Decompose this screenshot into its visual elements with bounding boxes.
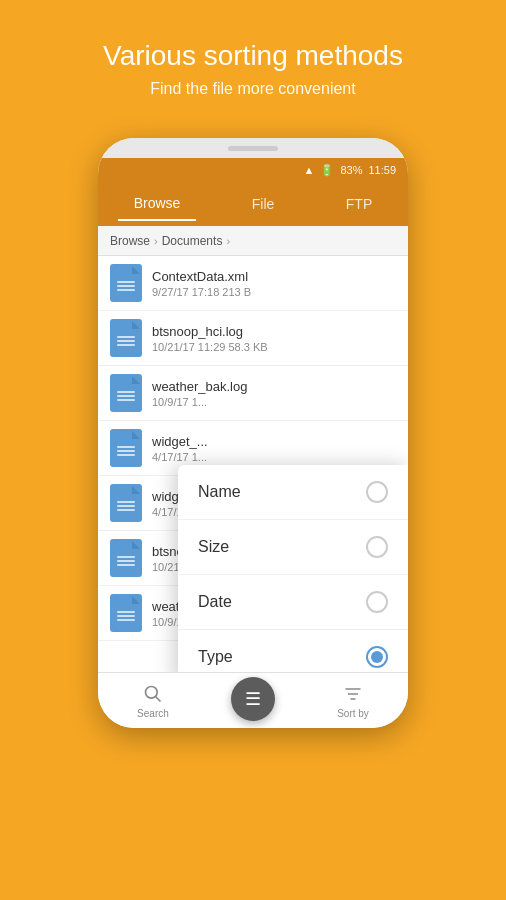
file-icon	[110, 319, 142, 357]
file-info: widget_... 4/17/17 1...	[152, 434, 396, 463]
file-icon	[110, 539, 142, 577]
tab-file[interactable]: File	[236, 188, 291, 220]
sort-option-name[interactable]: Name	[178, 465, 408, 520]
sort-date-label: Date	[198, 593, 232, 611]
file-icon	[110, 374, 142, 412]
file-icon	[110, 429, 142, 467]
clock: 11:59	[368, 164, 396, 176]
file-info: ContextData.xml 9/27/17 17:18 213 B	[152, 269, 396, 298]
breadcrumb-documents[interactable]: Documents	[162, 234, 223, 248]
phone-frame: ▲ 🔋 83% 11:59 Browse File FTP Browse › D…	[98, 138, 408, 728]
sort-size-label: Size	[198, 538, 229, 556]
app-toolbar: Browse File FTP	[98, 182, 408, 226]
sort-date-radio[interactable]	[366, 591, 388, 613]
battery-percent: 83%	[340, 164, 362, 176]
breadcrumb: Browse › Documents ›	[98, 226, 408, 256]
hamburger-icon: ☰	[245, 690, 261, 708]
nav-search[interactable]: Search	[121, 678, 185, 723]
file-info: weather_bak.log 10/9/17 1...	[152, 379, 396, 408]
nav-sort[interactable]: Sort by	[321, 678, 385, 723]
hero-title: Various sorting methods	[103, 40, 403, 72]
sort-label: Sort by	[337, 708, 369, 719]
sort-option-date[interactable]: Date	[178, 575, 408, 630]
hero-subtitle: Find the file more convenient	[103, 80, 403, 98]
file-name: ContextData.xml	[152, 269, 396, 284]
file-icon	[110, 484, 142, 522]
file-name: btsnoop_hci.log	[152, 324, 396, 339]
bottom-nav: Search ☰ Sort by	[98, 672, 408, 728]
breadcrumb-end-arrow: ›	[226, 235, 230, 247]
tab-ftp[interactable]: FTP	[330, 188, 388, 220]
file-name: widget_...	[152, 434, 396, 449]
breadcrumb-separator: ›	[154, 235, 158, 247]
sort-name-label: Name	[198, 483, 241, 501]
status-bar: ▲ 🔋 83% 11:59	[98, 158, 408, 182]
sort-type-label: Type	[198, 648, 233, 666]
search-icon	[141, 682, 165, 706]
sort-option-size[interactable]: Size	[178, 520, 408, 575]
file-meta: 4/17/17 1...	[152, 451, 396, 463]
phone-screen: ▲ 🔋 83% 11:59 Browse File FTP Browse › D…	[98, 158, 408, 728]
list-item[interactable]: btsnoop_hci.log 10/21/17 11:29 58.3 KB	[98, 311, 408, 366]
phone-speaker	[228, 146, 278, 151]
tab-browse[interactable]: Browse	[118, 187, 197, 221]
sort-dropdown: Name Size Date Type	[178, 465, 408, 684]
sort-type-radio[interactable]	[366, 646, 388, 668]
file-meta: 10/21/17 11:29 58.3 KB	[152, 341, 396, 353]
file-name: weather_bak.log	[152, 379, 396, 394]
fab-sort-button[interactable]: ☰	[231, 677, 275, 721]
svg-point-0	[145, 687, 157, 699]
phone-wrapper: ▲ 🔋 83% 11:59 Browse File FTP Browse › D…	[98, 138, 408, 738]
file-info: btsnoop_hci.log 10/21/17 11:29 58.3 KB	[152, 324, 396, 353]
file-meta: 9/27/17 17:18 213 B	[152, 286, 396, 298]
hero-section: Various sorting methods Find the file mo…	[83, 0, 423, 118]
search-label: Search	[137, 708, 169, 719]
battery-icon: 🔋	[320, 164, 334, 177]
sort-icon	[341, 682, 365, 706]
list-item[interactable]: weather_bak.log 10/9/17 1...	[98, 366, 408, 421]
file-meta: 10/9/17 1...	[152, 396, 396, 408]
breadcrumb-browse[interactable]: Browse	[110, 234, 150, 248]
sort-size-radio[interactable]	[366, 536, 388, 558]
file-icon	[110, 594, 142, 632]
svg-line-1	[155, 697, 160, 702]
list-item[interactable]: ContextData.xml 9/27/17 17:18 213 B	[98, 256, 408, 311]
sort-name-radio[interactable]	[366, 481, 388, 503]
phone-notch-bar	[98, 138, 408, 158]
signal-icon: ▲	[304, 164, 315, 176]
file-icon	[110, 264, 142, 302]
